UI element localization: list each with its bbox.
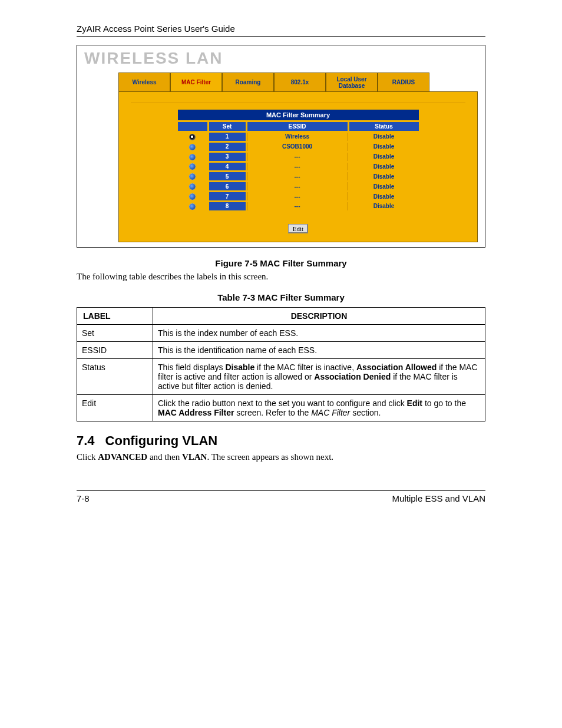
col-essid-header: ESSID xyxy=(247,122,348,131)
table-caption: Table 7-3 MAC Filter Summary xyxy=(35,292,527,302)
footer-rule xyxy=(77,490,485,491)
desc-label-cell: Status xyxy=(77,358,153,394)
description-table: LABEL DESCRIPTION SetThis is the index n… xyxy=(77,307,485,421)
essid-cell: --- xyxy=(247,163,348,171)
table-row: 8---Disable xyxy=(178,202,419,210)
radio-cell[interactable] xyxy=(178,202,207,210)
table-row: 2CSOB1000Disable xyxy=(178,143,419,151)
radio-icon[interactable] xyxy=(189,173,196,180)
desc-header-label: LABEL xyxy=(77,307,153,324)
table-row: 3---Disable xyxy=(178,153,419,161)
doc-header: ZyAIR Access Point Series User's Guide xyxy=(77,24,485,37)
table-row: StatusThis field displays Disable if the… xyxy=(77,358,485,394)
set-cell: 4 xyxy=(209,163,246,171)
set-cell: 5 xyxy=(209,172,246,180)
set-cell: 8 xyxy=(209,202,246,210)
content-panel: MAC Filter Summary Set ESSID Status 1Wir… xyxy=(118,91,478,242)
tab-strip: WirelessMAC FilterRoaming802.1xLocal Use… xyxy=(118,70,478,91)
status-cell: Disable xyxy=(349,202,419,210)
radio-cell[interactable] xyxy=(178,153,207,161)
radio-icon[interactable] xyxy=(189,193,196,200)
essid-cell: --- xyxy=(247,202,348,210)
essid-cell: --- xyxy=(247,172,348,180)
section-heading: 7.4Configuring VLAN xyxy=(77,433,485,449)
desc-description-cell: This field displays Disable if the MAC f… xyxy=(153,358,485,394)
radio-cell[interactable] xyxy=(178,172,207,180)
radio-icon[interactable] xyxy=(189,183,196,190)
section-number: 7.4 xyxy=(77,433,95,448)
chapter-name: Multiple ESS and VLAN xyxy=(392,493,485,503)
set-cell: 2 xyxy=(209,143,246,151)
section-body: Click ADVANCED and then VLAN. The screen… xyxy=(77,452,485,462)
table-row: SetThis is the index number of each ESS. xyxy=(77,324,485,341)
radio-cell[interactable] xyxy=(178,192,207,200)
status-cell: Disable xyxy=(349,172,419,180)
table-row: 1WirelessDisable xyxy=(178,133,419,141)
set-cell: 6 xyxy=(209,182,246,190)
radio-cell[interactable] xyxy=(178,143,207,151)
status-cell: Disable xyxy=(349,153,419,161)
table-row: ESSIDThis is the identification name of … xyxy=(77,341,485,358)
essid-cell: --- xyxy=(247,153,348,161)
summary-title-cell: MAC Filter Summary xyxy=(178,110,419,120)
essid-cell: --- xyxy=(247,182,348,190)
desc-description-cell: This is the index number of each ESS. xyxy=(153,324,485,341)
radio-icon[interactable] xyxy=(189,144,196,150)
essid-cell: CSOB1000 xyxy=(247,143,348,151)
mac-filter-summary-table: MAC Filter Summary Set ESSID Status 1Wir… xyxy=(176,108,421,212)
page-number: 7-8 xyxy=(77,493,90,503)
status-cell: Disable xyxy=(349,192,419,200)
radio-icon[interactable] xyxy=(189,154,196,160)
table-row: 6---Disable xyxy=(178,182,419,190)
intro-sentence: The following table describes the labels… xyxy=(77,272,485,282)
desc-header-description: DESCRIPTION xyxy=(153,307,485,324)
status-cell: Disable xyxy=(349,163,419,171)
desc-description-cell: Click the radio button next to the set y… xyxy=(153,394,485,421)
radio-cell[interactable] xyxy=(178,163,207,171)
desc-label-cell: ESSID xyxy=(77,341,153,358)
set-cell: 1 xyxy=(209,133,246,141)
desc-label-cell: Set xyxy=(77,324,153,341)
status-cell: Disable xyxy=(349,182,419,190)
status-cell: Disable xyxy=(349,143,419,151)
col-set-header: Set xyxy=(209,122,246,131)
col-status-header: Status xyxy=(349,122,419,131)
set-cell: 7 xyxy=(209,192,246,200)
radio-icon[interactable] xyxy=(189,134,196,140)
set-cell: 3 xyxy=(209,153,246,161)
radio-cell[interactable] xyxy=(178,133,207,141)
section-title: Configuring VLAN xyxy=(105,433,218,448)
radio-cell[interactable] xyxy=(178,182,207,190)
tab-mac-filter[interactable]: MAC Filter xyxy=(170,73,222,91)
figure-caption: Figure 7-5 MAC Filter Summary xyxy=(35,258,527,268)
tab-local-user-database[interactable]: Local User Database xyxy=(326,73,378,91)
divider xyxy=(131,103,465,103)
radio-icon[interactable] xyxy=(189,163,196,170)
essid-cell: Wireless xyxy=(247,133,348,141)
screenshot-title: WIRELESS LAN xyxy=(77,45,485,70)
tab-roaming[interactable]: Roaming xyxy=(222,73,274,91)
table-row: 4---Disable xyxy=(178,163,419,171)
table-row: 7---Disable xyxy=(178,192,419,200)
status-cell: Disable xyxy=(349,133,419,141)
radio-icon[interactable] xyxy=(189,203,196,210)
screenshot-window: WIRELESS LAN WirelessMAC FilterRoaming80… xyxy=(77,45,485,248)
table-row: EditClick the radio button next to the s… xyxy=(77,394,485,421)
col-radio-header xyxy=(178,122,207,131)
desc-label-cell: Edit xyxy=(77,394,153,421)
tab-radius[interactable]: RADIUS xyxy=(378,73,429,91)
tab-802-1x[interactable]: 802.1x xyxy=(274,73,326,91)
essid-cell: --- xyxy=(247,192,348,200)
tab-wireless[interactable]: Wireless xyxy=(118,73,170,91)
desc-description-cell: This is the identification name of each … xyxy=(153,341,485,358)
table-row: 5---Disable xyxy=(178,172,419,180)
edit-button[interactable]: Edit xyxy=(288,224,308,233)
